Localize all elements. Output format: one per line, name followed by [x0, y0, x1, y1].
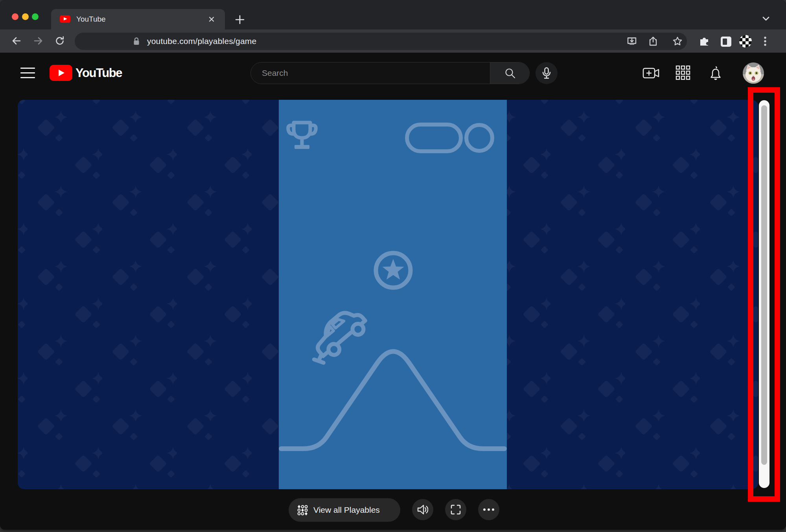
forward-icon[interactable]: [33, 36, 43, 46]
search-icon: [504, 67, 516, 79]
tab-close-icon[interactable]: [207, 15, 216, 24]
youtube-page: YouTube: [0, 53, 786, 530]
notifications-bell-icon[interactable]: [708, 65, 724, 81]
microphone-icon: [541, 67, 552, 79]
download-icon[interactable]: [627, 36, 637, 46]
view-all-playables-button[interactable]: View all Playables: [289, 498, 400, 522]
browser-window: YouTube: [0, 0, 786, 530]
youtube-favicon-icon: [60, 15, 70, 23]
apps-grid-icon[interactable]: [676, 65, 692, 81]
volume-button[interactable]: [412, 499, 433, 520]
more-icon: [483, 508, 495, 511]
youtube-wordmark: YouTube: [75, 66, 122, 80]
search-bar: [250, 62, 530, 84]
game-panel: [279, 100, 507, 489]
playables-sparkle-grid-icon: [297, 505, 308, 515]
url-text: youtube.com/playables/game: [147, 33, 256, 50]
search-button[interactable]: [490, 62, 529, 84]
share-icon[interactable]: [648, 36, 658, 46]
traffic-zoom-button[interactable]: [32, 13, 39, 20]
browser-tab-youtube[interactable]: YouTube: [51, 9, 225, 29]
traffic-minimize-button[interactable]: [22, 13, 29, 20]
new-tab-button[interactable]: [234, 14, 245, 25]
youtube-logo[interactable]: YouTube: [50, 65, 122, 81]
back-icon[interactable]: [11, 36, 22, 46]
browser-toolbar: youtube.com/playables/game: [0, 29, 786, 53]
tab-strip: YouTube: [0, 0, 786, 29]
youtube-logo-icon: [50, 65, 72, 81]
fullscreen-button[interactable]: [445, 499, 466, 520]
tab-title: YouTube: [76, 9, 106, 29]
playables-game-canvas[interactable]: [18, 100, 758, 489]
address-bar[interactable]: youtube.com/playables/game: [75, 33, 687, 50]
annotation-highlight-rectangle: [748, 87, 780, 502]
reload-icon[interactable]: [55, 36, 65, 46]
user-avatar-cat[interactable]: [743, 62, 764, 84]
lock-icon: [133, 37, 140, 46]
fullscreen-icon: [451, 504, 461, 515]
voice-search-button[interactable]: [536, 62, 558, 84]
create-video-icon[interactable]: [642, 65, 659, 81]
extensions-puzzle-icon[interactable]: [698, 36, 710, 47]
search-input[interactable]: [262, 62, 474, 84]
view-all-playables-label: View all Playables: [313, 505, 380, 515]
checkered-profile-avatar[interactable]: [739, 35, 751, 46]
traffic-close-button[interactable]: [12, 13, 18, 20]
bookmark-star-icon[interactable]: [672, 36, 683, 46]
kebab-menu-icon[interactable]: [760, 36, 772, 47]
side-panel-icon[interactable]: [720, 36, 732, 47]
volume-icon: [417, 504, 428, 515]
tab-search-chevron-down-icon[interactable]: [761, 16, 771, 22]
menu-icon[interactable]: [20, 68, 35, 79]
more-options-button[interactable]: [478, 499, 499, 520]
